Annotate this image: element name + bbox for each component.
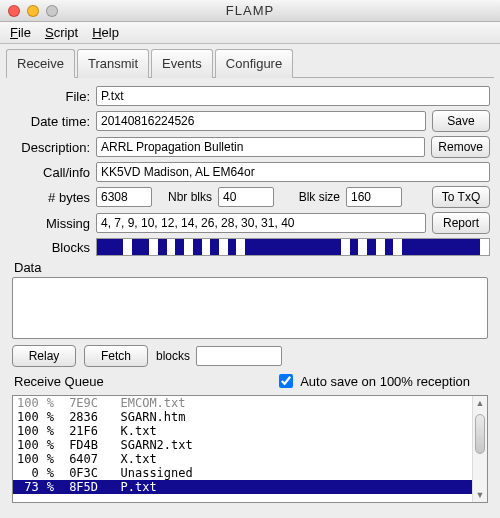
block-missing [149, 239, 158, 255]
receive-queue[interactable]: 100% 7E9C EMCOM.txt100% 2836 SGARN.htm10… [12, 395, 488, 503]
window-title: FLAMP [0, 3, 500, 18]
label-file: File: [10, 89, 90, 104]
date-field[interactable] [96, 111, 426, 131]
block-received [158, 239, 167, 255]
block-received [350, 239, 359, 255]
call-field[interactable] [96, 162, 490, 182]
scrollbar[interactable]: ▲ ▼ [472, 396, 487, 502]
relay-button[interactable]: Relay [12, 345, 76, 367]
block-missing [202, 239, 211, 255]
block-missing [358, 239, 367, 255]
col-unit: % [43, 424, 58, 438]
col-name: EMCOM.txt [117, 396, 488, 410]
col-id: 21F6 [58, 424, 117, 438]
save-button[interactable]: Save [432, 110, 490, 132]
autosave-checkbox[interactable] [279, 374, 293, 388]
menu-file[interactable]: File [10, 25, 31, 40]
queue-row[interactable]: 100% 6407 X.txt [13, 452, 487, 466]
fetch-button[interactable]: Fetch [84, 345, 148, 367]
tab-events[interactable]: Events [151, 49, 213, 78]
remove-button[interactable]: Remove [431, 136, 490, 158]
tab-transmit[interactable]: Transmit [77, 49, 149, 78]
col-id: FD4B [58, 438, 117, 452]
queue-row[interactable]: 100% 2836 SGARN.htm [13, 410, 487, 424]
menubar: File Script Help [0, 22, 500, 44]
col-pct: 100 [13, 410, 43, 424]
col-name: X.txt [117, 452, 488, 466]
scroll-thumb[interactable] [475, 414, 485, 454]
nblks-field[interactable] [218, 187, 274, 207]
label-date: Date time: [10, 114, 90, 129]
col-unit: % [43, 452, 58, 466]
label-blocks2: blocks [156, 349, 190, 363]
col-id: 8F5D [58, 480, 117, 494]
block-received [193, 239, 202, 255]
col-pct: 100 [13, 438, 43, 452]
blocks-strip [96, 238, 490, 256]
block-missing [480, 239, 489, 255]
report-button[interactable]: Report [432, 212, 490, 234]
block-missing [236, 239, 245, 255]
col-unit: % [43, 410, 58, 424]
label-queue: Receive Queue [14, 374, 104, 389]
block-received [367, 239, 376, 255]
bytes-field[interactable] [96, 187, 152, 207]
block-received [228, 239, 237, 255]
desc-field[interactable] [96, 137, 425, 157]
queue-row[interactable]: 73% 8F5D P.txt [13, 480, 487, 494]
tabs: Receive Transmit Events Configure [6, 48, 494, 78]
label-nblks: Nbr blks [152, 190, 212, 204]
label-blocks: Blocks [10, 240, 90, 255]
block-received [245, 239, 341, 255]
menu-script[interactable]: Script [45, 25, 78, 40]
col-name: K.txt [117, 424, 488, 438]
block-missing [393, 239, 402, 255]
block-received [210, 239, 219, 255]
col-name: SGARN.htm [117, 410, 488, 424]
col-pct: 100 [13, 452, 43, 466]
block-received [175, 239, 184, 255]
label-missing: Missing [10, 216, 90, 231]
queue-row[interactable]: 100% 7E9C EMCOM.txt [13, 396, 487, 410]
menu-help[interactable]: Help [92, 25, 119, 40]
label-bytes: # bytes [10, 190, 90, 205]
file-field[interactable] [96, 86, 490, 106]
tab-configure[interactable]: Configure [215, 49, 293, 78]
queue-row[interactable]: 0% 0F3C Unassigned [13, 466, 487, 480]
queue-row[interactable]: 100% 21F6 K.txt [13, 424, 487, 438]
block-missing [123, 239, 132, 255]
blocks-input[interactable] [196, 346, 282, 366]
receive-panel: File: Date time: Save Description: Remov… [0, 78, 500, 507]
blksz-field[interactable] [346, 187, 402, 207]
missing-field[interactable] [96, 213, 426, 233]
col-id: 6407 [58, 452, 117, 466]
col-unit: % [43, 466, 58, 480]
col-pct: 100 [13, 424, 43, 438]
col-unit: % [43, 480, 58, 494]
block-received [385, 239, 394, 255]
block-missing [219, 239, 228, 255]
col-id: 7E9C [58, 396, 117, 410]
col-id: 2836 [58, 410, 117, 424]
queue-row[interactable]: 100% FD4B SGARN2.txt [13, 438, 487, 452]
scroll-up-icon[interactable]: ▲ [473, 396, 487, 410]
scroll-down-icon[interactable]: ▼ [473, 488, 487, 502]
block-received [97, 239, 123, 255]
label-data: Data [14, 260, 490, 275]
col-name: SGARN2.txt [117, 438, 488, 452]
autosave-check[interactable]: Auto save on 100% reception [275, 371, 470, 391]
label-call: Call/info [10, 165, 90, 180]
autosave-label: Auto save on 100% reception [300, 374, 470, 389]
block-missing [376, 239, 385, 255]
data-box[interactable] [12, 277, 488, 339]
label-blksz: Blk size [274, 190, 340, 204]
col-pct: 73 [13, 480, 43, 494]
label-desc: Description: [10, 140, 90, 155]
tab-receive[interactable]: Receive [6, 49, 75, 78]
block-missing [184, 239, 193, 255]
col-unit: % [43, 438, 58, 452]
totxq-button[interactable]: To TxQ [432, 186, 490, 208]
block-missing [341, 239, 350, 255]
titlebar: FLAMP [0, 0, 500, 22]
block-received [402, 239, 480, 255]
